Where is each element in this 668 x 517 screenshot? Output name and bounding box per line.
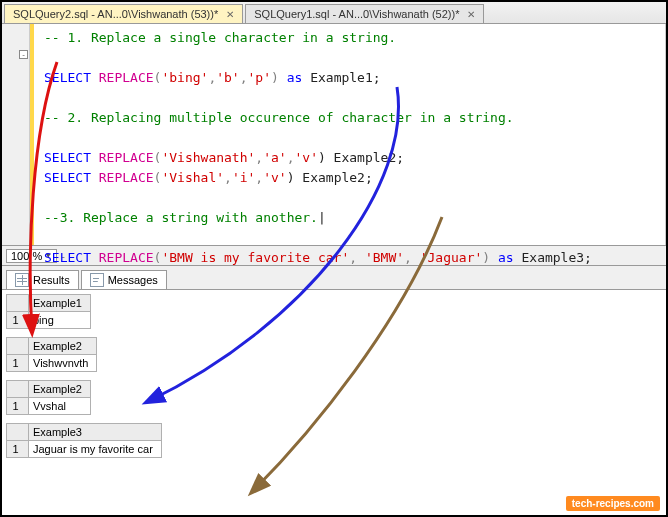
keyword: SELECT [44,170,91,185]
file-tab-label: SQLQuery1.sql - AN...0\Vishwanath (52))* [254,8,459,20]
string: 'bing' [161,70,208,85]
function: REPLACE [99,250,154,265]
grid-corner[interactable] [7,338,29,355]
alias: Example1; [302,70,380,85]
function: REPLACE [99,170,154,185]
tab-results-label: Results [33,274,70,286]
keyword: SELECT [44,70,91,85]
file-tab-2[interactable]: SQLQuery1.sql - AN...0\Vishwanath (52))*… [245,4,484,23]
results-pane[interactable]: Example1 1ping Example2 1Vishwvnvth Exam… [2,290,666,505]
string: 'Jaguar' [420,250,483,265]
tab-results[interactable]: Results [6,270,79,289]
messages-icon [90,273,104,287]
paren: ) [271,70,287,85]
cell-value[interactable]: Jaguar is my favorite car [29,441,162,458]
sql-editor[interactable]: -- 1. Replace a single character in a st… [30,24,666,245]
close-icon[interactable]: ✕ [467,9,475,20]
cell-value[interactable]: Vishwvnvth [29,355,97,372]
row-number[interactable]: 1 [7,312,29,329]
keyword: SELECT [44,250,91,265]
column-header[interactable]: Example1 [29,295,91,312]
grid-corner[interactable] [7,381,29,398]
cell-value[interactable]: Vvshal [29,398,91,415]
alias: Example3; [514,250,592,265]
comma: , [255,170,263,185]
string: 'Vishal' [161,170,224,185]
comment: -- 1. Replace a single character in a st… [44,30,396,45]
results-tabs: Results Messages [2,266,666,290]
file-tab-label: SQLQuery2.sql - AN...0\Vishwanath (53))* [13,8,218,20]
comma: , [224,170,232,185]
editor-pane: - -- 1. Replace a single character in a … [2,24,666,246]
string: 'b' [216,70,239,85]
comma: , [349,250,357,265]
file-tabs: SQLQuery2.sql - AN...0\Vishwanath (53))*… [2,2,666,24]
grid-corner[interactable] [7,424,29,441]
comment: --3. Replace a string with another. [44,210,318,225]
keyword: as [498,250,514,265]
alias: ) Example2; [318,150,404,165]
column-header[interactable]: Example2 [29,338,97,355]
column-header[interactable]: Example3 [29,424,162,441]
grid-icon [15,273,29,287]
result-grid-1: Example1 1ping [6,294,666,329]
tab-messages-label: Messages [108,274,158,286]
close-icon[interactable]: ✕ [226,9,234,20]
collapse-toggle-icon[interactable]: - [19,50,28,59]
string: 'Vishwanath' [161,150,255,165]
keyword: SELECT [44,150,91,165]
row-number[interactable]: 1 [7,355,29,372]
column-header[interactable]: Example2 [29,381,91,398]
string: 'p' [248,70,271,85]
function: REPLACE [99,70,154,85]
string: 'v' [263,170,286,185]
cell-value[interactable]: ping [29,312,91,329]
keyword: as [287,70,303,85]
comma: , [404,250,412,265]
row-number[interactable]: 1 [7,398,29,415]
function: REPLACE [99,150,154,165]
comment: -- 2. Replacing multiple occurence of ch… [44,110,514,125]
comma: , [255,150,263,165]
watermark: tech-recipes.com [566,496,660,511]
alias: ) Example2; [287,170,373,185]
string: 'i' [232,170,255,185]
tab-messages[interactable]: Messages [81,270,167,289]
editor-gutter: - [2,24,30,245]
row-number[interactable]: 1 [7,441,29,458]
zoom-value: 100 % [11,250,42,262]
string: 'BMW' [365,250,404,265]
result-grid-4: Example3 1Jaguar is my favorite car [6,423,666,458]
file-tab-1[interactable]: SQLQuery2.sql - AN...0\Vishwanath (53))*… [4,4,243,23]
result-grid-3: Example2 1Vvshal [6,380,666,415]
result-grid-2: Example2 1Vishwvnvth [6,337,666,372]
paren: ) [482,250,498,265]
grid-corner[interactable] [7,295,29,312]
comma: , [240,70,248,85]
string: 'a' [263,150,286,165]
string: 'v' [294,150,317,165]
string: 'BMW is my favorite car' [161,250,349,265]
